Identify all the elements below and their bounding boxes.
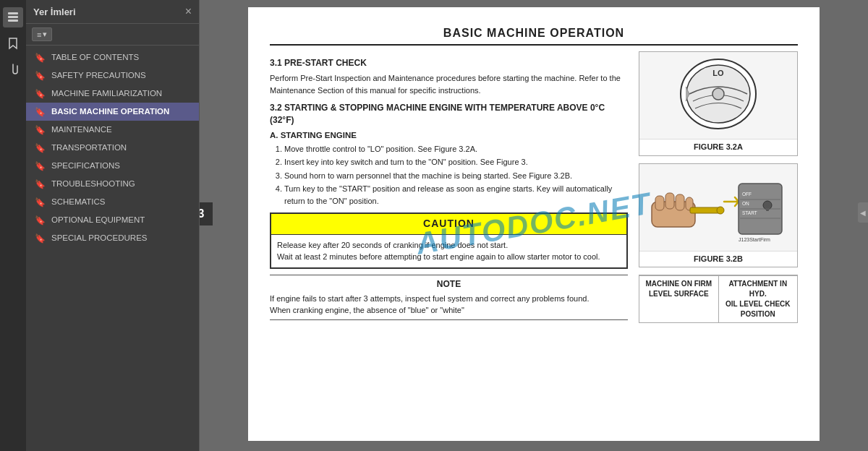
svg-text:START: START xyxy=(742,210,757,215)
section-31-heading: 3.1 PRE-START CHECK xyxy=(270,57,628,69)
note-text-2: When cranking engine, the absence of "bl… xyxy=(270,304,628,317)
note-text-1: If engine fails to start after 3 attempt… xyxy=(270,293,628,305)
sidebar-title: Yer İmleri xyxy=(33,7,76,17)
sidebar-item-transportation[interactable]: 🔖 TRANSPORTATION xyxy=(26,139,199,157)
figure-32a-label: FIGURE 3.2A xyxy=(639,139,797,155)
figure-32b-image: OFF ON START J12 xyxy=(639,164,797,251)
sidebar-item-toc[interactable]: 🔖 Table of Contents xyxy=(26,48,199,66)
section-31-text: Perform Pre-Start Inspection and Mainten… xyxy=(270,72,628,96)
svg-text:OFF: OFF xyxy=(742,192,752,197)
bookmark-toc-icon: 🔖 xyxy=(35,53,46,63)
sidebar-item-trouble-label: TROUBLESHOOTING xyxy=(51,179,135,189)
sidebar-item-basic-operation[interactable]: 🔖 BASIC MACHINE OPERATION xyxy=(26,103,199,121)
bookmark-familiar-icon: 🔖 xyxy=(35,89,46,99)
sidebar-item-maintenance[interactable]: 🔖 MAINTENANCE xyxy=(26,121,199,139)
left-content: 3.1 PRE-START CHECK Perform Pre-Start In… xyxy=(270,51,628,323)
steps-list: Move throttle control to "LO" position. … xyxy=(270,143,628,207)
sidebar: Yer İmleri × ≡ ▾ 🔖 Table of Contents 🔖 S… xyxy=(26,0,200,451)
svg-rect-8 xyxy=(655,196,664,210)
step-4: Turn key to the "START" position and rel… xyxy=(284,183,628,207)
sidebar-item-maint-label: MAINTENANCE xyxy=(51,124,112,135)
note-section: NOTE If engine fails to start after 3 at… xyxy=(270,275,628,320)
sidebar-item-special[interactable]: 🔖 SPECIAL PROCEDURES xyxy=(26,229,199,247)
bookmark-maint-icon: 🔖 xyxy=(35,125,46,135)
svg-point-13 xyxy=(717,207,724,214)
figure-32b-box: OFF ON START J12 xyxy=(639,163,798,267)
figure-32a-image: LO xyxy=(639,52,797,139)
sidebar-items: 🔖 Table of Contents 🔖 SAFETY PRECAUTIONS… xyxy=(26,46,199,451)
main-area: 3 ◀ AUTODOC.NET BASIC MACHINE OPERATION … xyxy=(200,0,868,451)
layers-icon[interactable] xyxy=(3,7,23,27)
sidebar-item-familiarization[interactable]: 🔖 MACHINE FAMILIARIZATION xyxy=(26,85,199,103)
svg-text:ON: ON xyxy=(742,201,749,206)
svg-rect-1 xyxy=(8,16,18,18)
sidebar-item-special-label: SPECIAL PROCEDURES xyxy=(51,233,148,244)
sidebar-item-safety-label: SAFETY PRECAUTIONS xyxy=(51,70,146,81)
svg-point-6 xyxy=(712,88,724,100)
sidebar-item-optional-label: OPTIONAL EQUIPMENT xyxy=(51,215,145,226)
note-body: If engine fails to start after 3 attempt… xyxy=(270,293,628,317)
figure-32a-box: LO FIGURE 3.2A xyxy=(639,51,798,155)
bookmark-special-icon: 🔖 xyxy=(35,233,46,244)
right-content: LO FIGURE 3.2A xyxy=(639,51,798,323)
page-title: BASIC MACHINE OPERATION xyxy=(270,25,798,46)
close-button[interactable]: × xyxy=(185,6,192,17)
step-2: Insert key into key switch and turn to t… xyxy=(284,156,628,168)
sidebar-item-toc-label: Table of Contents xyxy=(51,52,139,63)
attach-icon[interactable] xyxy=(3,59,23,80)
page-wrapper: AUTODOC.NET BASIC MACHINE OPERATION 3.1 … xyxy=(200,0,868,451)
bookmark-icon[interactable] xyxy=(3,33,23,53)
bookmark-basic-icon: 🔖 xyxy=(35,107,46,117)
svg-text:LO: LO xyxy=(712,69,724,77)
svg-text:J123StartFirm: J123StartFirm xyxy=(739,237,770,242)
sidebar-item-troubleshooting[interactable]: 🔖 TROUBLESHOOTING xyxy=(26,175,199,193)
caution-box: CAUTION Release key after 20 seconds of … xyxy=(270,212,628,269)
sidebar-toolbar: ≡ ▾ xyxy=(26,24,199,46)
sidebar-item-spec-label: SPECIFICATIONS xyxy=(51,160,120,171)
sidebar-header: Yer İmleri × xyxy=(26,0,199,24)
step-3: Sound horn to warn personnel that the ma… xyxy=(284,170,628,182)
svg-rect-9 xyxy=(665,193,674,209)
bottom-table-row: MACHINE ON FIRMLEVEL SURFACE ATTACHMENT … xyxy=(639,275,797,322)
sidebar-item-optional[interactable]: 🔖 OPTIONAL EQUIPMENT xyxy=(26,211,199,229)
figure-32b-label: FIGURE 3.2B xyxy=(639,251,797,267)
caution-body: Release key after 20 seconds of cranking… xyxy=(271,235,626,267)
page-number-badge: 3 xyxy=(200,202,213,226)
sidebar-menu-button[interactable]: ≡ ▾ xyxy=(32,27,52,41)
bookmark-spec-icon: 🔖 xyxy=(35,161,46,171)
svg-rect-10 xyxy=(676,194,684,210)
step-1: Move throttle control to "LO" position. … xyxy=(284,143,628,155)
bookmark-transport-icon: 🔖 xyxy=(35,143,46,153)
svg-rect-2 xyxy=(8,20,18,22)
document-page: AUTODOC.NET BASIC MACHINE OPERATION 3.1 … xyxy=(248,7,820,441)
sidebar-item-schematics[interactable]: 🔖 SCHEMATICS xyxy=(26,193,199,211)
sidebar-item-specifications[interactable]: 🔖 SPECIFICATIONS xyxy=(26,157,199,175)
section-32-heading: 3.2 STARTING & STOPPING MACHINE ENGINE W… xyxy=(270,102,628,126)
bookmark-optional-icon: 🔖 xyxy=(35,215,46,226)
bookmark-schema-icon: 🔖 xyxy=(35,197,46,207)
sidebar-item-basic-label: BASIC MACHINE OPERATION xyxy=(51,106,169,117)
left-toolbar xyxy=(0,0,26,451)
sidebar-item-safety[interactable]: 🔖 SAFETY PRECAUTIONS xyxy=(26,66,199,85)
table-cell-1: MACHINE ON FIRMLEVEL SURFACE xyxy=(639,276,719,322)
sidebar-item-schema-label: SCHEMATICS xyxy=(51,197,106,207)
table-cell-2: ATTACHMENT IN HYD.OIL LEVEL CHECKPOSITIO… xyxy=(719,276,798,322)
section-32-sub-a: A. STARTING ENGINE xyxy=(270,129,628,141)
content-area: 3.1 PRE-START CHECK Perform Pre-Start In… xyxy=(270,51,798,323)
bookmark-safety-icon: 🔖 xyxy=(35,71,46,81)
sidebar-item-familiar-label: MACHINE FAMILIARIZATION xyxy=(51,88,162,99)
svg-rect-0 xyxy=(8,12,18,14)
bottom-table: MACHINE ON FIRMLEVEL SURFACE ATTACHMENT … xyxy=(639,275,798,323)
svg-rect-19 xyxy=(766,205,769,211)
sidebar-item-transport-label: TRANSPORTATION xyxy=(51,142,127,153)
caution-header: CAUTION xyxy=(271,214,626,235)
bookmark-trouble-icon: 🔖 xyxy=(35,179,46,189)
caution-text-1: Release key after 20 seconds of cranking… xyxy=(277,239,621,252)
caution-text-2: Wait at least 2 minutes before attemptin… xyxy=(277,251,621,263)
note-header: NOTE xyxy=(270,278,628,291)
